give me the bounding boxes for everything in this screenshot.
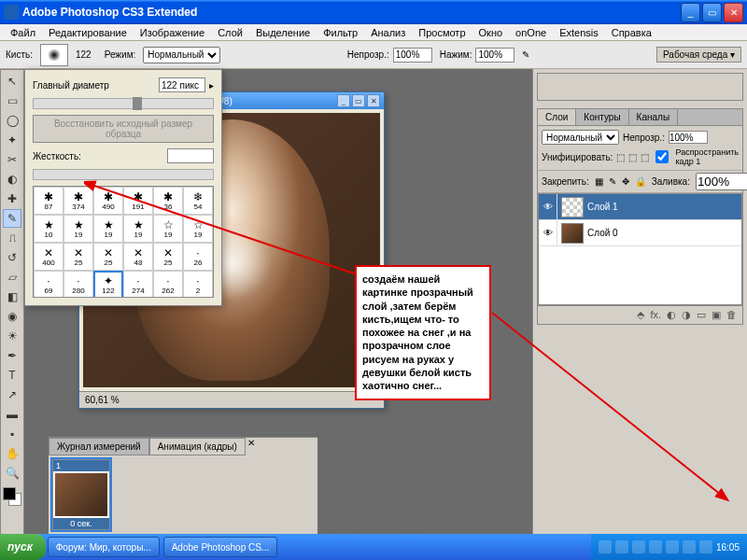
menu-extensis[interactable]: Extensis [553, 25, 605, 40]
brush-preset[interactable]: ★10 [34, 215, 63, 243]
tab-animation[interactable]: Анимация (кадры) [149, 438, 246, 455]
maximize-button[interactable]: ▭ [702, 3, 722, 22]
layer-mask-icon[interactable]: ◐ [667, 309, 676, 321]
brush-preset[interactable]: ✕25 [153, 243, 183, 271]
zoom-level[interactable]: 60,61 % [85, 395, 120, 405]
close-button[interactable]: ✕ [724, 3, 743, 22]
dodge-tool[interactable]: ☀ [3, 327, 21, 345]
brush-preset[interactable]: ☆19 [183, 215, 213, 243]
visibility-icon[interactable]: 👁 [539, 194, 557, 219]
eyedropper-tool[interactable]: ◐ [3, 170, 21, 189]
doc-maximize-button[interactable]: ▭ [352, 94, 365, 107]
heal-tool[interactable]: ✚ [3, 189, 21, 208]
type-tool[interactable]: T [3, 366, 21, 385]
blend-mode-select[interactable]: Нормальный [143, 47, 220, 63]
brush-preset[interactable]: ★19 [123, 215, 153, 243]
brush-tool[interactable]: ✎ [3, 209, 21, 228]
tray-icon[interactable] [615, 540, 628, 553]
lock-all-icon[interactable]: 🔒 [635, 176, 646, 187]
lock-position-icon[interactable]: ✥ [622, 176, 629, 187]
brush-preset[interactable]: ·2 [183, 271, 213, 298]
move-tool[interactable]: ↖ [3, 72, 21, 91]
propagate-checkbox[interactable] [653, 150, 671, 163]
brush-preview-dropdown[interactable] [40, 44, 68, 66]
animation-frame[interactable]: 1 0 сек. [52, 459, 110, 530]
menu-фильтр[interactable]: Фильтр [317, 25, 364, 40]
menu-выделение[interactable]: Выделение [249, 25, 317, 40]
foreground-color-swatch[interactable] [3, 487, 16, 500]
adjustment-layer-icon[interactable]: ◑ [682, 309, 691, 321]
tray-icon[interactable] [699, 540, 712, 553]
tray-icon[interactable] [599, 540, 612, 553]
history-brush-tool[interactable]: ↺ [3, 248, 21, 267]
layer-group-icon[interactable]: ▭ [697, 309, 706, 321]
diameter-input[interactable] [159, 77, 205, 92]
tray-icon[interactable] [666, 540, 679, 553]
hardness-slider[interactable] [33, 169, 214, 180]
brush-preset[interactable]: ✦122 [93, 271, 123, 298]
menu-редактирование[interactable]: Редактирование [42, 25, 134, 40]
wand-tool[interactable]: ✦ [3, 131, 21, 149]
brush-popup-arrow-icon[interactable]: ▸ [209, 80, 214, 91]
brush-preset[interactable]: ❄54 [183, 187, 213, 215]
hardness-input[interactable] [167, 148, 214, 163]
visibility-icon[interactable]: 👁 [539, 220, 557, 245]
panel-tab-Каналы[interactable]: Каналы [629, 109, 679, 125]
menu-onone[interactable]: onOne [509, 25, 553, 40]
shape-tool[interactable]: ▬ [3, 405, 21, 424]
menu-окно[interactable]: Окно [472, 25, 510, 40]
menu-справка[interactable]: Справка [605, 25, 658, 40]
brush-preset[interactable]: ·26 [183, 243, 213, 271]
lasso-tool[interactable]: ◯ [3, 111, 21, 130]
fill-input[interactable] [696, 173, 747, 190]
brush-preset[interactable]: ✕400 [34, 243, 63, 271]
brush-preset[interactable]: ✱191 [123, 187, 153, 215]
flow-input[interactable] [475, 48, 514, 63]
frame-duration[interactable]: 0 сек. [53, 518, 109, 529]
eraser-tool[interactable]: ▱ [3, 268, 21, 287]
brush-preset[interactable]: ·280 [63, 271, 93, 298]
brush-preset[interactable]: ✱87 [34, 187, 63, 215]
new-layer-icon[interactable]: ▣ [712, 309, 721, 321]
link-layers-icon[interactable]: ⬘ [637, 309, 644, 321]
path-tool[interactable]: ↗ [3, 385, 21, 404]
workspace-button[interactable]: Рабочая среда ▾ [656, 47, 741, 63]
brush-preset[interactable]: ✕48 [123, 243, 153, 271]
layer-blend-mode-select[interactable]: Нормальный [542, 130, 619, 145]
lock-transparency-icon[interactable]: ▦ [595, 176, 603, 187]
unify-icon-3[interactable]: ⬚ [641, 152, 649, 162]
brush-preset[interactable]: ·262 [153, 271, 183, 298]
panel-tab-Контуры[interactable]: Контуры [576, 109, 628, 125]
layer-opacity-input[interactable] [669, 131, 708, 144]
unify-icon-2[interactable]: ⬚ [628, 152, 637, 162]
crop-tool[interactable]: ✂ [3, 150, 21, 169]
lock-paint-icon[interactable]: ✎ [609, 176, 616, 187]
start-button[interactable]: пуск [0, 534, 46, 560]
taskbar-item[interactable]: Форум: Мир, которы... [48, 537, 160, 557]
zoom-tool[interactable]: 🔍 [3, 464, 21, 483]
blur-tool[interactable]: ◉ [3, 307, 21, 326]
brush-preset[interactable]: ✕25 [93, 243, 123, 271]
hand-tool[interactable]: ✋ [3, 444, 21, 463]
brush-preset[interactable]: ·69 [34, 271, 63, 298]
brush-preset[interactable]: ✱490 [93, 187, 123, 215]
layer-fx-icon[interactable]: fx. [650, 309, 661, 321]
airbrush-icon[interactable]: ✎ [522, 49, 529, 60]
notes-tool[interactable]: ▪ [3, 425, 21, 443]
tray-icon[interactable] [683, 540, 696, 553]
diameter-slider[interactable] [33, 98, 214, 109]
taskbar-item[interactable]: Adobe Photoshop CS... [163, 537, 278, 557]
opacity-input[interactable] [393, 48, 432, 63]
unify-icon[interactable]: ⬚ [616, 152, 625, 162]
marquee-tool[interactable]: ▭ [3, 91, 21, 110]
brush-preset[interactable]: ✕25 [63, 243, 93, 271]
menu-анализ[interactable]: Анализ [364, 25, 412, 40]
color-swatches[interactable] [3, 487, 21, 506]
brush-preset[interactable]: ✱374 [63, 187, 93, 215]
doc-close-button[interactable]: ✕ [367, 94, 380, 107]
menu-файл[interactable]: Файл [4, 25, 42, 40]
brush-preset[interactable]: ★19 [93, 215, 123, 243]
tray-icon[interactable] [649, 540, 662, 553]
delete-layer-icon[interactable]: 🗑 [726, 309, 737, 321]
layer-row[interactable]: 👁Слой 1 [539, 194, 741, 220]
